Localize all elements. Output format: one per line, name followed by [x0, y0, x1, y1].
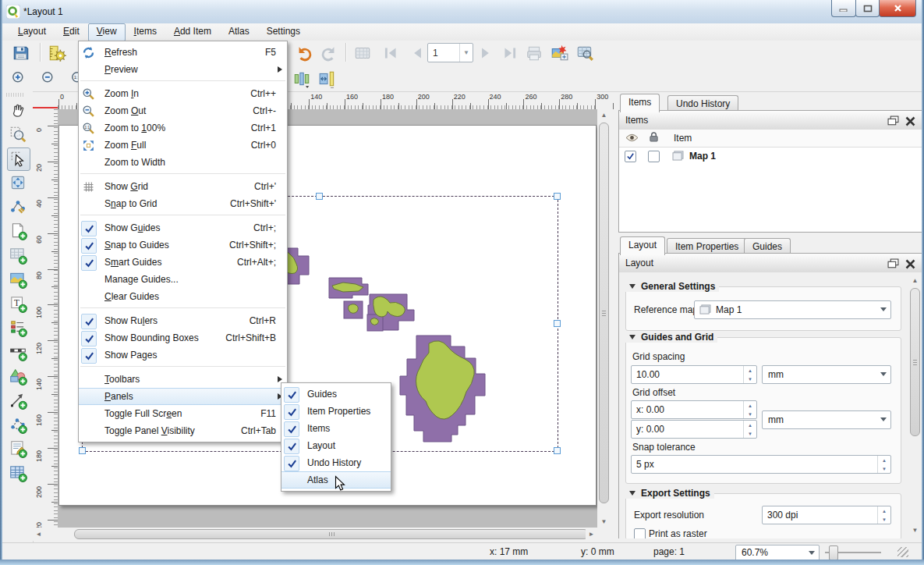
item-row-map1[interactable]: Map 1: [619, 147, 922, 165]
scroll-up-icon[interactable]: ▲: [908, 275, 922, 286]
zoom-out-tool-button[interactable]: line x1="12" y1="12" x2="17.5" y2="17.5"…: [38, 68, 60, 90]
add-map-tool-button[interactable]: [7, 244, 29, 266]
canvas-vscrollbar[interactable]: ▲ ▼: [597, 109, 611, 528]
export-settings-header[interactable]: Export Settings: [625, 488, 714, 499]
float-panel-icon[interactable]: [887, 258, 899, 268]
menu-item-zoom-in[interactable]: Zoom InCtrl++: [79, 85, 287, 102]
toolbar-grip[interactable]: [6, 93, 25, 97]
undo-button[interactable]: [292, 42, 314, 64]
snap-tolerance-spinbox[interactable]: 5 px▲▼: [631, 455, 891, 474]
atlas-prev-button[interactable]: [406, 42, 428, 64]
menubar-item-view[interactable]: View: [88, 23, 126, 41]
canvas-hscrollbar[interactable]: ◄ ►: [33, 528, 597, 541]
spin-arrows-icon[interactable]: ▲▼: [877, 506, 890, 524]
menu-item-show-grid[interactable]: Show GridCtrl+': [79, 178, 287, 195]
menu-item-clear-guides[interactable]: Clear Guides: [79, 288, 287, 305]
menu-item-show-bounding-boxes[interactable]: Show Bounding BoxesCtrl+Shift+B: [79, 329, 287, 346]
zoom-slider-handle[interactable]: [829, 545, 838, 560]
layout-manager-button[interactable]: [46, 42, 68, 64]
raise-items-button[interactable]: [291, 68, 313, 90]
atlas-page-spinbox[interactable]: 1▼: [427, 43, 473, 62]
grid-spacing-spinbox[interactable]: 10.00▲▼: [631, 365, 757, 384]
selection-handle[interactable]: [554, 320, 561, 327]
menubar-item-items[interactable]: Items: [126, 23, 165, 41]
close-panel-icon[interactable]: [905, 258, 916, 268]
grid-offset-y-spinbox[interactable]: y: 0.00▲▼: [631, 420, 757, 439]
menu-item-show-rulers[interactable]: Show RulersCtrl+R: [79, 312, 287, 329]
zoom-in-tool-button[interactable]: line x1="12" y1="12" x2="17.5" y2="17.5"…: [9, 68, 30, 90]
menu-item-undo-history[interactable]: Undo History: [281, 454, 391, 471]
spin-arrows-icon[interactable]: ▲▼: [877, 456, 890, 473]
menu-item-snap-to-grid[interactable]: Snap to GridCtrl+Shift+': [79, 195, 287, 212]
dropdown-arrow-icon[interactable]: ▼: [459, 44, 473, 62]
edit-nodes-tool-button[interactable]: [7, 196, 29, 218]
export-resolution-spinbox[interactable]: 300 dpi▲▼: [762, 506, 891, 524]
tab-guides[interactable]: Guides: [744, 238, 791, 254]
selection-handle[interactable]: [554, 447, 561, 454]
grid-offset-x-spinbox[interactable]: x: 0.00▲▼: [631, 400, 757, 419]
menu-item-toggle-full-screen[interactable]: Toggle Full ScreenF11: [79, 405, 287, 422]
save-button[interactable]: [10, 42, 32, 64]
resize-grip[interactable]: [897, 547, 908, 557]
grid-offset-unit-combo[interactable]: mm: [762, 410, 891, 429]
tab-layout[interactable]: Layout: [620, 236, 665, 255]
zoom-tool-button[interactable]: [7, 123, 29, 145]
add-arrow-tool-button[interactable]: [7, 389, 29, 411]
lock-checkbox[interactable]: [648, 151, 660, 162]
add-page-tool-button[interactable]: [7, 220, 29, 242]
panel-vscrollbar[interactable]: ▲ ▼: [908, 275, 922, 536]
add-html-tool-button[interactable]: [7, 438, 29, 460]
menu-item-zoom-to-100-[interactable]: 1:1Zoom to 100%Ctrl+1: [79, 119, 287, 137]
menu-item-snap-to-guides[interactable]: Snap to GuidesCtrl+Shift+;: [79, 236, 287, 254]
close-button[interactable]: [879, 0, 916, 17]
menu-item-refresh[interactable]: RefreshF5: [79, 44, 287, 61]
float-panel-icon[interactable]: [887, 115, 899, 126]
resize-window-button[interactable]: [317, 68, 338, 90]
menu-item-toolbars[interactable]: Toolbars: [79, 371, 287, 388]
tab-undo-history[interactable]: Undo History: [667, 95, 738, 112]
close-panel-icon[interactable]: [905, 115, 916, 126]
menubar-item-add-item[interactable]: Add Item: [165, 23, 220, 41]
guides-grid-header[interactable]: Guides and Grid: [625, 332, 717, 343]
add-label-tool-button[interactable]: T: [7, 293, 29, 314]
spin-arrows-icon[interactable]: ▲▼: [743, 401, 756, 418]
atlas-first-button[interactable]: [380, 42, 402, 64]
scroll-up-icon[interactable]: ▲: [597, 109, 611, 121]
menu-item-manage-guides-[interactable]: Manage Guides...: [79, 271, 287, 288]
add-node-item-tool-button[interactable]: [7, 414, 29, 435]
visibility-checkbox[interactable]: [625, 151, 636, 162]
menubar-item-layout[interactable]: Layout: [9, 23, 55, 41]
panel-scroll-thumb[interactable]: [910, 288, 920, 436]
scroll-down-icon[interactable]: ▼: [908, 524, 922, 536]
menu-item-preview[interactable]: Preview: [79, 61, 287, 78]
menu-item-items[interactable]: Items: [281, 420, 391, 437]
add-shape-tool-button[interactable]: [7, 365, 29, 387]
menu-item-zoom-to-width[interactable]: Zoom to Width: [79, 154, 287, 171]
grid-spacing-unit-combo[interactable]: mm: [762, 365, 891, 384]
maximize-button[interactable]: [855, 0, 880, 17]
scroll-right-icon[interactable]: ►: [586, 528, 597, 541]
add-attribute-table-tool-button[interactable]: [7, 462, 29, 484]
pan-tool-button[interactable]: [7, 99, 29, 121]
atlas-settings-button[interactable]: [574, 42, 596, 64]
general-settings-header[interactable]: General Settings: [625, 281, 719, 292]
select-tool-button[interactable]: [7, 147, 30, 171]
redo-button[interactable]: [319, 42, 341, 64]
hscroll-thumb[interactable]: [74, 529, 589, 539]
menu-item-guides[interactable]: Guides: [281, 386, 391, 403]
tab-items[interactable]: Items: [620, 94, 660, 112]
add-scalebar-tool-button[interactable]: [7, 341, 29, 363]
zoom-level-combo[interactable]: 60.7%: [735, 545, 820, 561]
menu-item-show-pages[interactable]: Show Pages: [79, 346, 287, 364]
atlas-next-button[interactable]: [475, 42, 497, 64]
spin-arrows-icon[interactable]: ▲▼: [743, 421, 756, 438]
menu-item-zoom-full[interactable]: Zoom FullCtrl+0: [79, 137, 287, 154]
menu-item-smart-guides[interactable]: Smart GuidesCtrl+Alt+;: [79, 254, 287, 271]
add-picture-tool-button[interactable]: [7, 268, 29, 290]
menu-item-show-guides[interactable]: Show GuidesCtrl+;: [79, 219, 287, 236]
selection-handle[interactable]: [316, 193, 323, 200]
atlas-last-button[interactable]: [499, 42, 521, 64]
print-as-raster-checkbox[interactable]: [634, 528, 646, 538]
atlas-print-button[interactable]: [523, 42, 545, 64]
reference-map-combo[interactable]: Map 1: [694, 300, 891, 319]
